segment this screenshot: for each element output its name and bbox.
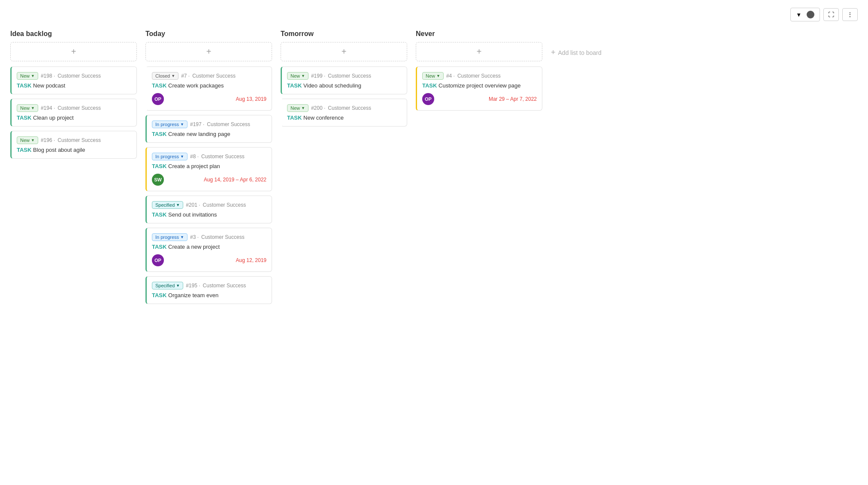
card-c4[interactable]: New ▼#4 ·Customer SuccessTASK Customize … xyxy=(416,66,542,111)
card-meta-c8: In progress ▼#8 ·Customer Success xyxy=(152,153,266,160)
card-footer-c7: OPAug 13, 2019 xyxy=(152,93,266,105)
card-meta-c196: New ▼#196 ·Customer Success xyxy=(17,136,131,144)
card-meta-c201: Specified ▼#201 ·Customer Success xyxy=(152,201,266,209)
add-card-button-tomorrow[interactable]: + xyxy=(281,42,407,61)
badge-chevron: ▼ xyxy=(176,283,180,288)
card-task-c195: TASK Organize team even xyxy=(152,292,266,298)
card-date-c4: Mar 29 – Apr 7, 2022 xyxy=(489,96,537,102)
card-category-c195: Customer Success xyxy=(203,283,246,289)
column-today: Today+Closed ▼#7 ·Customer SuccessTASK C… xyxy=(145,30,272,308)
card-category-c194: Customer Success xyxy=(57,105,101,111)
status-badge-c8[interactable]: In progress ▼ xyxy=(152,153,188,160)
avatar-c7: OP xyxy=(152,93,164,105)
card-c194[interactable]: New ▼#194 ·Customer SuccessTASK Clean up… xyxy=(10,99,137,127)
badge-chevron: ▼ xyxy=(31,106,35,110)
board: Idea backlog+New ▼#198 ·Customer Success… xyxy=(0,26,868,317)
status-badge-c198[interactable]: New ▼ xyxy=(17,72,38,80)
card-c8[interactable]: In progress ▼#8 ·Customer SuccessTASK Cr… xyxy=(145,147,272,191)
badge-chevron: ▼ xyxy=(301,74,305,78)
card-footer-c4: OPMar 29 – Apr 7, 2022 xyxy=(422,93,537,105)
task-text: New conference xyxy=(303,114,344,121)
card-task-c201: TASK Send out invitations xyxy=(152,211,266,218)
column-title-today: Today xyxy=(145,30,272,38)
task-text: Video about scheduling xyxy=(303,82,361,89)
card-meta-c4: New ▼#4 ·Customer Success xyxy=(422,72,537,80)
card-category-c201: Customer Success xyxy=(203,202,246,208)
card-number-c8: #8 · xyxy=(190,154,199,160)
card-category-c3: Customer Success xyxy=(201,234,245,240)
card-number-c198: #198 · xyxy=(41,73,55,79)
card-c198[interactable]: New ▼#198 ·Customer SuccessTASK New podc… xyxy=(10,66,137,94)
card-task-c199: TASK Video about scheduling xyxy=(287,82,402,89)
column-tomorrow: Tomorrow+New ▼#199 ·Customer SuccessTASK… xyxy=(281,30,407,131)
task-text: Create a new project xyxy=(168,244,220,250)
status-badge-c194[interactable]: New ▼ xyxy=(17,104,38,112)
column-title-tomorrow: Tomorrow xyxy=(281,30,407,38)
filter-button[interactable]: ▼ xyxy=(790,8,820,21)
add-list-label: Add list to board xyxy=(558,49,602,56)
task-text: Customize project overview page xyxy=(439,82,520,89)
badge-chevron: ▼ xyxy=(436,74,440,78)
status-badge-c3[interactable]: In progress ▼ xyxy=(152,233,188,241)
status-badge-c4[interactable]: New ▼ xyxy=(422,72,444,80)
card-task-c196: TASK Blog post about agile xyxy=(17,147,131,153)
card-task-c7: TASK Create work packages xyxy=(152,82,266,89)
task-label: TASK xyxy=(422,82,437,89)
column-idea-backlog: Idea backlog+New ▼#198 ·Customer Success… xyxy=(10,30,137,163)
status-badge-c7[interactable]: Closed ▼ xyxy=(152,72,178,80)
avatar-c3: OP xyxy=(152,254,164,266)
card-c3[interactable]: In progress ▼#3 ·Customer SuccessTASK Cr… xyxy=(145,228,272,272)
add-card-button-today[interactable]: + xyxy=(145,42,272,61)
card-number-c195: #195 · xyxy=(186,283,200,289)
card-c195[interactable]: Specified ▼#195 ·Customer SuccessTASK Or… xyxy=(145,276,272,304)
card-meta-c7: Closed ▼#7 ·Customer Success xyxy=(152,72,266,80)
status-badge-c200[interactable]: New ▼ xyxy=(287,104,308,112)
card-c7[interactable]: Closed ▼#7 ·Customer SuccessTASK Create … xyxy=(145,66,272,111)
task-label: TASK xyxy=(287,82,302,89)
more-options-button[interactable]: ⋮ xyxy=(842,8,858,21)
card-date-c3: Aug 12, 2019 xyxy=(236,257,266,263)
card-number-c197: #197 · xyxy=(190,121,204,127)
card-category-c199: Customer Success xyxy=(328,73,371,79)
card-meta-c198: New ▼#198 ·Customer Success xyxy=(17,72,131,80)
task-label: TASK xyxy=(152,244,166,250)
add-list-to-board[interactable]: +Add list to board xyxy=(551,45,602,60)
card-number-c199: #199 · xyxy=(311,73,325,79)
status-badge-c197[interactable]: In progress ▼ xyxy=(152,120,188,128)
task-text: Clean up project xyxy=(33,114,74,121)
status-badge-c199[interactable]: New ▼ xyxy=(287,72,308,80)
badge-chevron: ▼ xyxy=(301,106,305,110)
card-task-c197: TASK Create new landing page xyxy=(152,131,266,137)
avatar-c8: SW xyxy=(152,174,164,186)
status-badge-c201[interactable]: Specified ▼ xyxy=(152,201,183,209)
card-meta-c200: New ▼#200 ·Customer Success xyxy=(287,104,402,112)
card-c197[interactable]: In progress ▼#197 ·Customer SuccessTASK … xyxy=(145,115,272,143)
task-text: Organize team even xyxy=(168,292,218,298)
fullscreen-button[interactable]: ⛶ xyxy=(823,8,839,21)
task-label: TASK xyxy=(287,114,302,121)
card-c201[interactable]: Specified ▼#201 ·Customer SuccessTASK Se… xyxy=(145,196,272,223)
badge-chevron: ▼ xyxy=(180,154,184,159)
task-text: Send out invitations xyxy=(168,211,217,218)
card-category-c197: Customer Success xyxy=(207,121,250,127)
card-category-c4: Customer Success xyxy=(457,73,501,79)
card-meta-c197: In progress ▼#197 ·Customer Success xyxy=(152,120,266,128)
status-badge-c196[interactable]: New ▼ xyxy=(17,136,38,144)
card-footer-c3: OPAug 12, 2019 xyxy=(152,254,266,266)
add-list-plus-icon: + xyxy=(551,48,556,57)
badge-chevron: ▼ xyxy=(31,138,35,142)
task-label: TASK xyxy=(152,163,166,169)
card-c199[interactable]: New ▼#199 ·Customer SuccessTASK Video ab… xyxy=(281,66,407,94)
add-card-button-never[interactable]: + xyxy=(416,42,542,61)
card-task-c200: TASK New conference xyxy=(287,114,402,121)
card-task-c4: TASK Customize project overview page xyxy=(422,82,537,89)
card-number-c200: #200 · xyxy=(311,105,325,111)
card-c196[interactable]: New ▼#196 ·Customer SuccessTASK Blog pos… xyxy=(10,131,137,159)
card-date-c8: Aug 14, 2019 – Apr 6, 2022 xyxy=(204,177,266,183)
card-number-c194: #194 · xyxy=(41,105,55,111)
status-badge-c195[interactable]: Specified ▼ xyxy=(152,282,183,289)
card-category-c7: Customer Success xyxy=(192,73,236,79)
add-card-button-idea-backlog[interactable]: + xyxy=(10,42,137,61)
card-c200[interactable]: New ▼#200 ·Customer SuccessTASK New conf… xyxy=(281,99,407,127)
card-category-c8: Customer Success xyxy=(201,154,245,160)
